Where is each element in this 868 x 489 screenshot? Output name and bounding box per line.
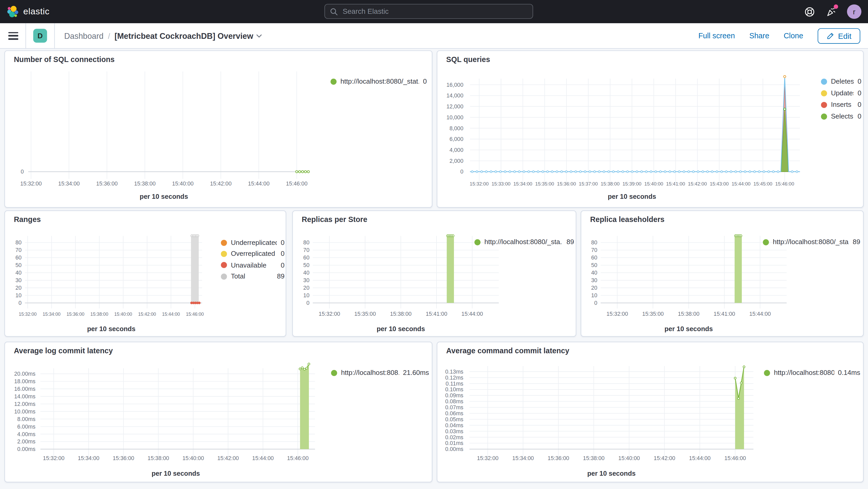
y-axis-tick: 0 (594, 300, 597, 306)
legend-item[interactable]: Overreplicated0 (221, 249, 284, 259)
legend-item[interactable]: http://localhost:8080/_sta...89 (474, 237, 574, 247)
y-axis-tick: 80 (303, 239, 310, 246)
share-button[interactable]: Share (749, 32, 769, 40)
legend-color-dot (221, 251, 227, 257)
y-axis-tick: 0.04ms (445, 422, 464, 429)
y-axis-tick: 16.00ms (14, 386, 36, 392)
legend-label: Updates (831, 89, 854, 97)
x-axis-label: per 10 seconds (587, 470, 636, 478)
x-axis-label: per 10 seconds (608, 193, 656, 201)
x-axis-tick: 15:38:00 (390, 311, 412, 317)
chart-canvas[interactable]: 0.13ms0.12ms0.11ms0.10ms0.09ms0.08ms0.07… (437, 342, 864, 483)
legend-item[interactable]: Total89 (221, 272, 284, 281)
panel-log-commit: Average log commit latency20.00ms18.00ms… (4, 342, 432, 483)
legend-color-dot (821, 90, 827, 96)
y-axis-tick: 20.00ms (14, 371, 36, 377)
x-axis-tick: 15:34:00 (512, 455, 534, 461)
legend-item[interactable]: Underreplicated0 (221, 238, 284, 247)
legend-color-dot (331, 370, 337, 376)
legend-item[interactable]: http://localhost:8080/_sta...89 (763, 237, 860, 247)
chart-canvas[interactable]: 16,00014,00012,00010,0008,0006,0004,0002… (437, 51, 864, 208)
legend-value: 0 (423, 78, 427, 86)
search-icon (330, 7, 338, 16)
legend-item[interactable]: http://localhost:8080...0.14ms (764, 368, 860, 377)
y-axis-tick: 30 (591, 277, 597, 283)
divider (26, 23, 26, 49)
y-axis-tick: 60 (591, 254, 597, 261)
y-axis-tick: 0.11ms (445, 380, 463, 387)
full-screen-button[interactable]: Full screen (699, 32, 735, 40)
legend-label: Overreplicated (231, 250, 275, 258)
y-axis-tick: 70 (303, 247, 310, 253)
legend-color-dot (764, 370, 770, 376)
legend-item[interactable]: http://localhost:8080/_stat...0 (331, 77, 427, 86)
x-axis-label: per 10 seconds (152, 470, 200, 478)
user-avatar[interactable]: r (847, 4, 861, 19)
chart-canvas[interactable]: 015:32:0015:34:0015:36:0015:38:0015:40:0… (5, 51, 433, 208)
breadcrumb-dashboard-link[interactable]: Dashboard (64, 31, 104, 40)
legend-value: 89 (852, 238, 860, 246)
y-axis-tick: 60 (303, 254, 310, 261)
x-axis-tick: 15:44:00 (252, 455, 274, 461)
chart-canvas[interactable]: 8070605040302010015:32:0015:35:0015:38:0… (293, 211, 577, 337)
legend-value: 89 (277, 273, 285, 280)
help-button[interactable] (804, 6, 815, 17)
x-axis-tick: 15:35:00 (354, 311, 376, 317)
legend-item[interactable]: Selects0 (821, 111, 861, 121)
y-axis-tick: 10 (16, 292, 22, 299)
legend-value: 89 (566, 238, 574, 246)
y-axis-tick: 40 (16, 270, 22, 276)
whats-new-button[interactable] (825, 6, 836, 17)
page-title-text: [Metricbeat CockroachDB] Overview (115, 31, 253, 40)
legend-item[interactable]: http://localhost:808...21.60ms (331, 368, 429, 377)
legend-label: Inserts (831, 101, 851, 109)
x-axis-tick: 15:34:00 (78, 455, 99, 461)
clone-button[interactable]: Clone (784, 32, 803, 40)
legend-item[interactable]: Deletes0 (821, 77, 861, 86)
legend-color-dot (474, 239, 480, 245)
legend-color-dot (821, 101, 827, 108)
y-axis-tick: 4,000 (450, 147, 463, 153)
y-axis-tick: 0.09ms (445, 392, 464, 399)
search-input[interactable] (342, 7, 533, 16)
y-axis-tick: 20 (16, 285, 22, 291)
legend-value: 0 (858, 78, 862, 86)
space-badge[interactable]: D (33, 29, 47, 43)
legend-item[interactable]: Updates0 (821, 88, 861, 98)
x-axis-tick: 15:44:00 (462, 311, 483, 317)
x-axis-tick: 15:38:00 (678, 311, 700, 317)
legend-value: 0 (281, 250, 285, 258)
y-axis-tick: 0 (19, 300, 22, 306)
y-axis-tick: 70 (591, 247, 597, 253)
legend-color-dot (763, 239, 769, 245)
legend-value: 0 (281, 239, 285, 246)
x-axis-tick: 15:38:00 (134, 181, 156, 187)
y-axis-tick: 0.02ms (445, 434, 464, 440)
y-axis-tick: 0.08ms (445, 398, 464, 405)
edit-button[interactable]: Edit (817, 28, 860, 43)
legend-color-dot (821, 79, 827, 84)
global-search[interactable] (324, 4, 533, 19)
legend-value: 0 (858, 89, 862, 97)
elastic-logo[interactable]: elastic (7, 5, 50, 18)
legend-label: http://localhost:8080/_sta... (485, 238, 562, 246)
chart-canvas[interactable]: 20.00ms18.00ms16.00ms14.00ms12.00ms10.00… (5, 342, 433, 483)
x-axis-tick: 15:46:00 (724, 455, 746, 461)
elastic-logo-icon (7, 5, 20, 18)
x-axis-tick: 15:45:00 (753, 181, 772, 186)
breadcrumb-separator: / (108, 31, 110, 40)
y-axis-tick: 40 (303, 270, 310, 276)
legend-label: Underreplicated (231, 239, 277, 246)
menu-button[interactable] (8, 32, 18, 40)
chart-canvas[interactable]: 8070605040302010015:32:0015:35:0015:38:0… (581, 211, 864, 337)
y-axis-tick: 80 (16, 239, 22, 246)
panel-replicas: Replicas per Store8070605040302010015:32… (292, 211, 576, 337)
x-axis-tick: 15:44:00 (248, 181, 270, 187)
dashboard-grid: Number of SQL connections015:32:0015:34:… (0, 49, 868, 489)
y-axis-tick: 50 (303, 262, 310, 268)
legend-item[interactable]: Inserts0 (821, 100, 861, 110)
x-axis-tick: 15:32:00 (318, 311, 340, 317)
x-axis-tick: 15:36:00 (113, 455, 134, 461)
legend-item[interactable]: Unavailable0 (221, 260, 284, 270)
page-title[interactable]: [Metricbeat CockroachDB] Overview (115, 31, 262, 40)
